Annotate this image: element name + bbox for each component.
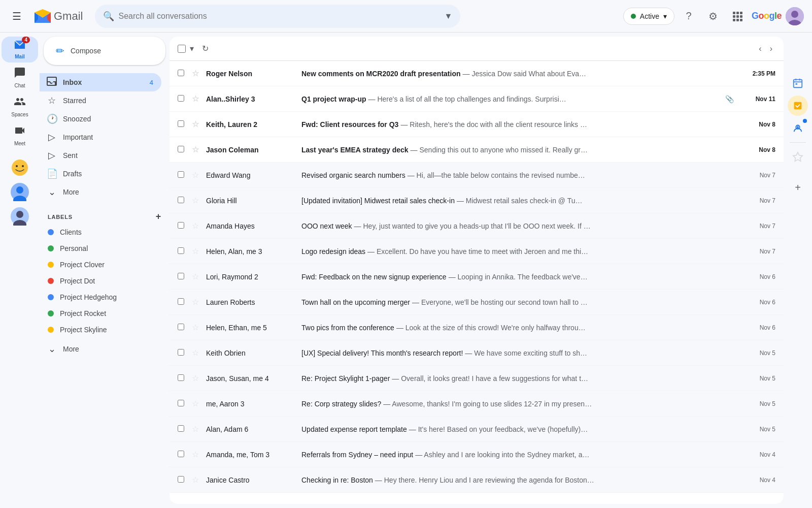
- label-item-project-rocket[interactable]: Project Rocket: [40, 305, 161, 322]
- email-row[interactable]: ☆ Lori, Raymond 2 Fwd: Feedback on the n…: [170, 264, 784, 290]
- status-button[interactable]: Active ▾: [623, 8, 674, 25]
- select-dropdown-button[interactable]: ▾: [187, 41, 197, 56]
- row-star[interactable]: ☆: [192, 94, 202, 104]
- row-checkbox[interactable]: [178, 450, 188, 459]
- row-star[interactable]: ☆: [192, 246, 202, 256]
- email-row[interactable]: ☆ Jason Coleman Last year's EMEA strateg…: [170, 137, 784, 163]
- row-star[interactable]: ☆: [192, 69, 202, 78]
- mail-label: Mail: [15, 54, 24, 59]
- row-star[interactable]: ☆: [192, 323, 202, 332]
- apps-button[interactable]: [727, 6, 748, 26]
- calendar-panel-button[interactable]: [788, 73, 808, 93]
- compose-button[interactable]: ✏ Compose: [44, 37, 165, 65]
- row-star[interactable]: ☆: [192, 348, 202, 358]
- svg-rect-7: [736, 19, 739, 21]
- sidebar-item-mail[interactable]: 4 Mail: [2, 37, 38, 62]
- starred-panel-button[interactable]: [788, 147, 808, 167]
- email-row[interactable]: ☆ Amanda Hayes OOO next week — Hey, just…: [170, 213, 784, 239]
- nav-labels-more[interactable]: ⌄ More: [40, 340, 161, 358]
- label-item-personal[interactable]: Personal: [40, 240, 161, 257]
- avatar[interactable]: [786, 7, 804, 25]
- label-item-project-hedgehog[interactable]: Project Hedgehog: [40, 289, 161, 305]
- email-row[interactable]: ☆ Janice Castro Checking in re: Boston —…: [170, 467, 784, 493]
- row-checkbox[interactable]: [178, 399, 188, 408]
- label-item-project-dot[interactable]: Project Dot: [40, 273, 161, 289]
- menu-button[interactable]: ☰: [8, 6, 25, 26]
- row-star[interactable]: ☆: [192, 450, 202, 459]
- add-panel-button[interactable]: +: [790, 179, 806, 196]
- nav-starred[interactable]: ☆ Starred: [40, 91, 161, 110]
- row-checkbox[interactable]: [178, 298, 188, 307]
- row-star[interactable]: ☆: [192, 475, 202, 485]
- row-star[interactable]: ☆: [192, 297, 202, 307]
- user-avatar-small[interactable]: [11, 183, 29, 203]
- email-row[interactable]: ☆ Alan..Shirley 3 Q1 project wrap-up — H…: [170, 86, 784, 112]
- row-checkbox[interactable]: [178, 69, 188, 78]
- row-star[interactable]: ☆: [192, 424, 202, 434]
- email-row[interactable]: ☆ Lauren Roberts Town hall on the upcomi…: [170, 290, 784, 315]
- row-star[interactable]: ☆: [192, 272, 202, 281]
- row-checkbox[interactable]: [178, 94, 188, 104]
- email-row[interactable]: ☆ Amanda, me, Tom 3 Referrals from Sydne…: [170, 442, 784, 467]
- snoozed-icon: 🕐: [47, 113, 57, 124]
- row-star[interactable]: ☆: [192, 196, 202, 205]
- sidebar-item-meet[interactable]: Meet: [2, 121, 38, 149]
- user-avatar2[interactable]: [11, 207, 29, 228]
- nav-drafts[interactable]: 📄 Drafts: [40, 165, 161, 183]
- email-row[interactable]: ☆ Roger Nelson New comments on MCR2020 d…: [170, 61, 784, 86]
- row-checkbox[interactable]: [178, 272, 188, 281]
- email-row[interactable]: ☆ Jason, Susan, me 4 Re: Project Skyligh…: [170, 366, 784, 391]
- nav-important[interactable]: ▷ Important: [40, 128, 161, 146]
- settings-button[interactable]: ⚙: [703, 6, 723, 26]
- sidebar-item-chat[interactable]: Chat: [2, 64, 38, 91]
- email-row[interactable]: ☆ Edward Wang Revised organic search num…: [170, 163, 784, 188]
- row-checkbox[interactable]: [178, 196, 188, 205]
- row-star[interactable]: ☆: [192, 119, 202, 129]
- nav-more[interactable]: ⌄ More: [40, 183, 161, 201]
- email-row[interactable]: ☆ Helen, Alan, me 3 Logo redesign ideas …: [170, 239, 784, 264]
- search-dropdown-icon[interactable]: ▼: [445, 12, 453, 21]
- row-star[interactable]: ☆: [192, 170, 202, 180]
- row-checkbox[interactable]: [178, 221, 188, 231]
- prev-page-button[interactable]: ‹: [756, 41, 764, 56]
- row-checkbox[interactable]: [178, 171, 188, 180]
- row-checkbox[interactable]: [178, 348, 188, 358]
- help-button[interactable]: ?: [679, 6, 699, 26]
- nav-sent[interactable]: ▷ Sent: [40, 146, 161, 165]
- row-star[interactable]: ☆: [192, 399, 202, 408]
- row-star[interactable]: ☆: [192, 221, 202, 231]
- email-row[interactable]: ☆ me, Aaron 3 Re: Corp strategy slides? …: [170, 391, 784, 417]
- label-name: Project Hedgehog: [60, 293, 117, 301]
- nav-inbox[interactable]: Inbox 4: [40, 73, 161, 91]
- nav-snoozed[interactable]: 🕐 Snoozed: [40, 110, 161, 128]
- row-checkbox[interactable]: [178, 475, 188, 485]
- row-star[interactable]: ☆: [192, 145, 202, 154]
- emoji-widget[interactable]: [11, 158, 29, 179]
- email-row[interactable]: ☆ Helen, Ethan, me 5 Two pics from the c…: [170, 315, 784, 340]
- label-item-project-clover[interactable]: Project Clover: [40, 257, 161, 273]
- label-item-project-skyline[interactable]: Project Skyline: [40, 322, 161, 338]
- row-checkbox[interactable]: [178, 247, 188, 256]
- select-all-checkbox[interactable]: [178, 45, 186, 53]
- row-checkbox[interactable]: [178, 120, 188, 129]
- email-row[interactable]: ☆ Gloria Hill [Updated invitation] Midwe…: [170, 188, 784, 213]
- row-checkbox[interactable]: [178, 145, 188, 154]
- next-page-button[interactable]: ›: [767, 41, 775, 56]
- label-item-clients[interactable]: Clients: [40, 224, 161, 240]
- email-row[interactable]: ☆ Alan, Adam 6 Updated expense report te…: [170, 417, 784, 442]
- email-row[interactable]: ☆ Keith Obrien [UX] Special delivery! Th…: [170, 340, 784, 366]
- row-checkbox[interactable]: [178, 323, 188, 332]
- contacts-panel-button[interactable]: [788, 118, 808, 138]
- nav-inbox-label: Inbox: [63, 78, 82, 86]
- row-checkbox[interactable]: [178, 425, 188, 434]
- tasks-panel-button[interactable]: [788, 96, 808, 116]
- search-box[interactable]: 🔍 ▼: [95, 5, 460, 28]
- row-checkbox[interactable]: [178, 374, 188, 383]
- sidebar-item-spaces[interactable]: Spaces: [2, 92, 38, 120]
- search-input[interactable]: [118, 12, 438, 21]
- add-label-button[interactable]: +: [156, 211, 161, 222]
- email-row[interactable]: ☆ Keith, Lauren 2 Fwd: Client resources …: [170, 112, 784, 137]
- label-dot: [48, 310, 54, 316]
- refresh-button[interactable]: ↻: [199, 41, 212, 56]
- row-star[interactable]: ☆: [192, 373, 202, 383]
